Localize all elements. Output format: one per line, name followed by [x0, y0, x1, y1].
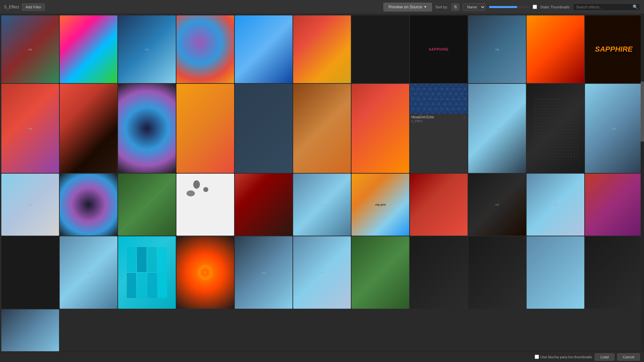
effect-item-hexacubes[interactable]: Hexacubes S_Effect ☆ — [293, 84, 351, 173]
effect-item-gopro[interactable]: city GoPro Fixer S_Effect ☆ — [118, 15, 176, 83]
effect-item-head-dress[interactable]: Head Dress S_Effect ☆ — [118, 84, 176, 173]
effect-item-ink-blotch[interactable]: Ink Blotch S_Effect ☆ — [176, 174, 234, 236]
effect-item-grid-damage[interactable]: Grid Damage S_Effect ☆ — [235, 15, 292, 83]
search-container: 🔍 — [573, 3, 640, 11]
effect-thumbnail: city — [293, 236, 351, 309]
effect-item-harbor[interactable]: Harbor Dreams S_Effect ☆ — [60, 84, 117, 173]
effect-thumbnail — [410, 84, 468, 114]
scrollbar-thumb[interactable] — [641, 81, 644, 142]
sort-slider[interactable] — [489, 6, 529, 8]
effect-item-light-gizmo[interactable]: Light Gizmo S_Effect ☆ — [176, 236, 234, 309]
cancel-button[interactable]: Cancel — [617, 353, 640, 361]
effect-thumbnail — [527, 84, 584, 173]
effect-thumbnail: city — [293, 174, 351, 236]
effect-item-light-pegs[interactable]: city Light Pegs S_Effect ☆ — [235, 236, 292, 309]
effect-thumbnail — [118, 236, 176, 309]
effect-item-halloween[interactable]: Halloween S_Effect ☆ — [527, 15, 584, 83]
effect-item-jumbo[interactable]: city grid Jumb-O-tron S_Effect ☆ — [352, 174, 409, 236]
blucha-label: Use blucha para loo thumbnails — [535, 355, 592, 359]
effect-item-hyperspace[interactable]: HyperSpace S_Effect ☆ — [60, 174, 117, 236]
effect-thumbnail: city — [1, 15, 59, 83]
effect-thumbnail — [235, 84, 292, 173]
effect-thumbnail: city grid — [352, 174, 409, 236]
effect-thumbnail — [235, 15, 292, 83]
effect-thumbnail — [468, 236, 526, 309]
scrollbar-track[interactable] — [641, 14, 644, 351]
effect-item-layered-rain[interactable]: Layered Rain S_Effect ☆ — [1, 236, 59, 309]
effect-item-hexagrid[interactable]: HexaGrid Echo S_Effect ☆ — [410, 84, 468, 173]
effect-thumbnail — [176, 174, 234, 236]
preview-on-source-button[interactable]: Preview on Source ▼ — [383, 3, 432, 11]
effect-item-halt-fire[interactable]: city Halt and Catch Fire S_Effect ☆ — [1, 84, 59, 173]
effect-thumbnail — [176, 84, 234, 173]
add-filter-button[interactable]: Add Filter — [22, 3, 45, 11]
blucha-text: Use blucha para loo thumbnails — [540, 355, 592, 359]
static-thumbnails-label: Static Thumbnails — [540, 5, 570, 9]
effect-item-holey-wall[interactable]: Holey Wall S_Effect ☆ — [527, 84, 584, 173]
effect-item-halftone[interactable]: city Halftone Vignette S_Effect ☆ — [468, 15, 526, 83]
search-input[interactable] — [573, 3, 640, 11]
app-title: S_Effect — [4, 5, 19, 9]
effect-thumbnail: city — [1, 84, 59, 173]
sort-label: Sort by: — [435, 5, 448, 9]
effect-item-laser[interactable]: Laser Show S_Effect ☆ — [410, 174, 468, 236]
effect-thumbnail — [176, 15, 234, 83]
effect-item-bottom4[interactable] — [585, 236, 643, 309]
effect-item-hi8[interactable]: city Hi8 S_Effect ☆ — [468, 84, 526, 173]
effect-thumbnail: SAPPHIRE — [585, 15, 643, 83]
effect-thumbnail: city — [468, 15, 526, 83]
effect-thumbnail: city — [468, 174, 526, 236]
effect-thumbnail: city — [235, 236, 292, 309]
effect-item-glitchy-sort[interactable]: Glitchy Sort S_Effect ☆ — [60, 15, 117, 83]
effect-item-halloween-text[interactable]: SAPPHIRE Halloween Text S_Effect ☆ — [585, 15, 643, 83]
effect-thumbnail — [352, 15, 409, 83]
effect-item-light-squares[interactable]: Light Squares S_Effect ☆ — [352, 236, 409, 309]
effect-thumbnail — [585, 236, 643, 309]
effect-item-incandescent[interactable]: Incandescent Light... S_Effect ☆ — [118, 174, 176, 236]
bottom-bar: Use blucha para loo thumbnails Load Canc… — [0, 351, 644, 362]
favorite-icon[interactable]: ☆ — [463, 115, 466, 120]
effect-item-late-night[interactable]: city Late Night Haze S_Effect ☆ — [468, 174, 526, 236]
effect-item-hologram[interactable]: city Hologram S_Effect ☆ — [585, 84, 643, 173]
blucha-checkbox[interactable] — [535, 355, 539, 359]
effect-item-here-dragons[interactable]: Here Be Dragons S_Effect ☆ — [235, 84, 292, 173]
sort-direction-button[interactable]: ⇅ — [451, 3, 460, 11]
effect-thumbnail — [410, 174, 468, 236]
effect-item-bottom1[interactable] — [410, 236, 468, 309]
effect-item-light-blocks[interactable]: Light Blocks S_Effect ☆ — [118, 236, 176, 309]
effect-item-heat-haze[interactable]: Heat Haze S_Effect ☆ — [176, 84, 234, 173]
effect-item-layered-paper[interactable]: Layered Paper Shreds S_Effect ☆ — [585, 174, 643, 236]
effect-item-bottom3[interactable] — [527, 236, 584, 309]
effect-item-hexaflux[interactable]: HexaFlux S_Effect ☆ — [352, 84, 409, 173]
effect-item-bottom2[interactable] — [468, 236, 526, 309]
effect-thumbnail — [410, 236, 468, 309]
sapphire-text-label: SAPPHIRE — [595, 45, 633, 54]
effect-thumbnail — [235, 174, 292, 236]
effect-thumbnail — [60, 84, 117, 173]
effect-item-light-shaft[interactable]: city Light Shaft with Dust S_Effect ☆ — [293, 236, 351, 309]
effect-item-grunge-wall[interactable]: Grunge Wall S_Effect ☆ — [352, 15, 409, 83]
effect-thumbnail — [352, 84, 409, 173]
static-thumbnails-checkbox[interactable] — [533, 5, 537, 9]
sort-name-select[interactable]: Name — [463, 3, 486, 11]
effect-item-instant-motion[interactable]: Instant Motion... S_Effect ☆ — [235, 174, 292, 236]
effect-thumbnail — [527, 15, 584, 83]
top-bar: S_Effect Add Filter Preview on Source ▼ … — [0, 0, 644, 14]
effects-grid: city Glitch S_Effect ☆ Glitchy Sort S_Ef… — [0, 14, 644, 362]
effect-thumbnail: city — [527, 174, 584, 236]
effect-item-home-movie[interactable]: city Home Movie S_Effect ☆ — [1, 174, 59, 236]
effect-item-grunge-treatment[interactable]: Grunge Treatment S_Effect ☆ — [293, 15, 351, 83]
effect-thumbnail — [527, 236, 584, 309]
effect-item-interlock[interactable]: city Interlock Reveal S_Effect ☆ — [293, 174, 351, 236]
top-bar-right: Preview on Source ▼ Sort by: ⇅ Name Stat… — [383, 3, 640, 11]
effect-thumbnail — [293, 15, 351, 83]
effect-item-glitch[interactable]: city Glitch S_Effect ☆ — [1, 15, 59, 83]
effect-item-dragonfly[interactable]: SAPPHIRE Dragonfly Alpha S_Effect ☆ — [410, 15, 468, 83]
effect-item-gradient-bokeh[interactable]: Gradient with Bokeh... S_Effect ☆ — [176, 15, 234, 83]
effect-item-lcd[interactable]: city LCD Screen S_Effect ☆ — [60, 236, 117, 309]
effect-thumbnail — [176, 236, 234, 309]
top-bar-left: S_Effect Add Filter — [4, 3, 380, 11]
load-button[interactable]: Load — [595, 353, 614, 361]
effect-thumbnail — [293, 84, 351, 173]
effect-item-layered-flash[interactable]: city Layered Flashbulb S_Effect ☆ — [527, 174, 584, 236]
